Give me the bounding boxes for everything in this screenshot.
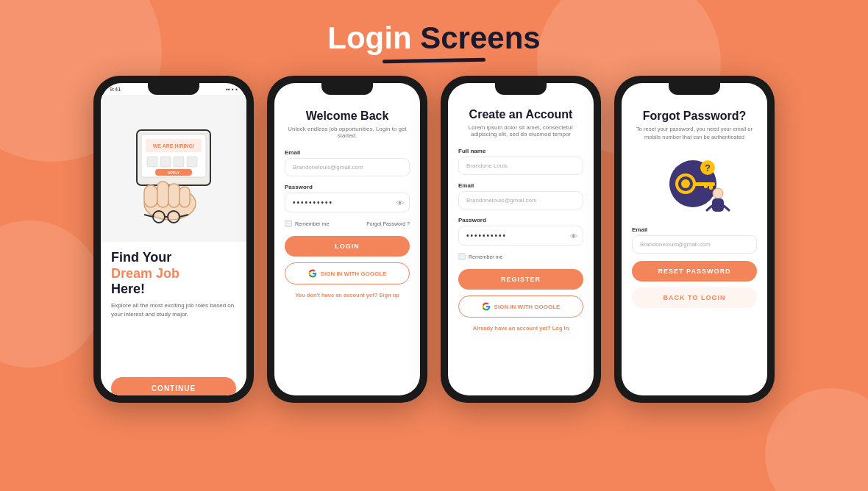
key-illustration: ? [665,153,724,212]
screen-login: Welcome Back Unlock endless job opportun… [274,83,420,395]
phones-container: 9:41 ▪▪ ▪ ▪ WE ARE HIRING! [0,76,868,403]
no-account-text: You don't have an account yet? Sign up [285,292,410,298]
google-icon-s2 [308,269,317,278]
remember-checkbox-s3[interactable] [458,253,466,260]
screen1-description: Explore all the most exciting job roles … [111,301,236,319]
register-form-wrapper: Create an Account Lorem ipsum dolor sit … [448,95,594,395]
phone-2: Welcome Back Unlock endless job opportun… [267,76,427,403]
login-button[interactable]: LOGIN [285,236,410,257]
no-account-label: You don't have an account yet? [295,292,377,298]
login-link[interactable]: Log In [552,325,569,331]
google-signin-s2[interactable]: SIGN IN WITH GOOGLE [285,262,410,284]
phone-notch-4 [669,83,720,95]
key-svg: ? [665,153,731,219]
hiring-svg: WE ARE HIRING! APPLY [115,108,232,229]
svg-rect-13 [168,184,179,207]
password-label-s3: Password [458,217,583,223]
reset-password-button[interactable]: RESET PASSWORD [632,261,757,282]
dream-job-heading: Dream Job [111,266,236,282]
google-icon-s3 [482,302,491,311]
phone-notch-1 [148,83,199,95]
continue-button[interactable]: CONTINUE [111,377,236,395]
title-underline [383,58,485,63]
password-dots-s2: •••••••••• [293,198,333,207]
forgot-subtitle: To reset your password, you need your em… [632,126,757,141]
phone-3: Create an Account Lorem ipsum dolor sit … [441,76,601,403]
register-button[interactable]: REGISTER [458,269,583,290]
screen-register: Create an Account Lorem ipsum dolor sit … [448,83,594,395]
google-btn-text-s3: SIGN IN WITH GOOGLE [494,304,561,310]
login-subtitle: Unlock endless job opportunities. Login … [285,126,410,139]
svg-point-28 [713,188,723,198]
register-subtitle: Lorem ipsum dolor sit amet, consectetur … [458,124,583,137]
password-dots-s3: •••••••••• [466,232,507,240]
password-input-s3[interactable]: •••••••••• [458,226,583,246]
bg-decoration-4 [765,388,868,491]
phone-notch-2 [321,83,373,95]
forgot-password-link[interactable]: Forgot Password ? [366,221,410,226]
eye-icon-s2[interactable]: 👁 [396,198,404,207]
password-wrapper-s3: •••••••••• 👁 [458,226,583,246]
fullname-input[interactable]: Brandone Louis [458,157,583,175]
status-icons: ▪▪ ▪ ▪ [226,86,238,93]
here-heading: Here! [111,282,236,297]
remember-left-s3: Remember me [458,253,502,260]
svg-rect-29 [712,198,724,212]
login-title: Welcome Back [285,110,410,123]
google-btn-text-s2: SIGN IN WITH GOOGLE [321,270,387,277]
password-wrapper-s2: •••••••••• 👁 [285,193,410,212]
phone-1: 9:41 ▪▪ ▪ ▪ WE ARE HIRING! [93,76,254,403]
svg-rect-5 [160,157,171,167]
remember-row-s2: Remember me Forgot Password ? [285,220,410,227]
title-login: Login [327,21,411,55]
svg-rect-7 [187,157,197,167]
eye-icon-s3[interactable]: 👁 [570,232,577,240]
email-label-s4: Email [632,226,757,233]
svg-rect-6 [174,157,184,167]
find-your-heading: Find Your [111,249,236,266]
remember-checkbox-s2[interactable] [285,220,292,227]
back-to-login-button[interactable]: BACK TO LOGIN [632,287,757,308]
screen1-text-area: Find Your Dream Job Here! Explore all th… [101,242,246,395]
svg-point-22 [681,179,690,188]
svg-line-30 [707,206,712,210]
status-time: 9:41 [110,86,121,93]
svg-rect-25 [704,182,708,188]
already-have-account: Already have an account yet? Log In [458,325,583,331]
password-input-s2[interactable]: •••••••••• [285,193,410,212]
email-label-s3: Email [458,182,583,189]
email-input-s3[interactable]: Brandonelouis@gmail.com [458,191,583,209]
svg-rect-14 [179,187,190,207]
svg-text:?: ? [705,162,711,173]
svg-rect-12 [157,182,168,207]
fullname-label: Full name [458,148,583,154]
screen-forgot: Forgot Password? To reset your password,… [622,83,767,395]
remember-row-s3: Remember me [458,253,583,260]
remember-left-s2: Remember me [285,220,329,227]
remember-label-s3: Remember me [469,254,502,259]
email-input-s4[interactable]: Brandonelouis@gmail.com [632,235,757,254]
svg-rect-11 [144,185,157,207]
hiring-illustration-area: WE ARE HIRING! APPLY [101,95,246,242]
screen1-content-wrapper: WE ARE HIRING! APPLY [101,95,246,395]
login-form-wrapper: Welcome Back Unlock endless job opportun… [274,95,420,395]
signup-link[interactable]: Sign up [379,292,399,298]
password-label-s2: Password [285,184,410,190]
email-input-s2[interactable]: Brandonelouis@gmail.com [285,158,410,176]
register-title: Create an Account [458,108,583,121]
phone-notch-3 [495,83,547,95]
screen-onboarding: 9:41 ▪▪ ▪ ▪ WE ARE HIRING! [101,83,246,395]
google-signin-s3[interactable]: SIGN IN WITH GOOGLE [458,295,583,318]
already-label: Already have an account yet? [473,325,551,331]
page-header: Login Screens [0,0,868,76]
remember-label-s2: Remember me [295,221,329,226]
svg-rect-4 [147,157,157,167]
title-screens: Screens [412,21,541,55]
page-title: Login Screens [0,21,868,56]
phone-4: Forgot Password? To reset your password,… [614,76,775,403]
svg-rect-24 [709,182,713,190]
svg-line-31 [724,206,729,210]
forgot-title: Forgot Password? [632,110,757,123]
email-label-s2: Email [285,149,410,156]
svg-text:APPLY: APPLY [168,170,180,174]
